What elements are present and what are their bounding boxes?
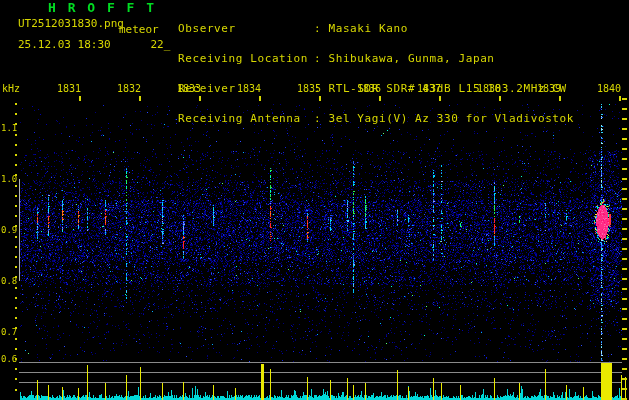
- app-title: H R O F F T: [48, 3, 156, 13]
- info-label: Receiving Antenna: [178, 114, 314, 124]
- x-axis-label: 1834: [237, 84, 261, 94]
- x-axis-label: 1832: [117, 84, 141, 94]
- station-info: Observer: Masaki Kano Receiving Location…: [178, 4, 574, 144]
- info-row-antenna: Receiving Antenna: 3el Yagi(V) Az 330 fo…: [178, 114, 574, 124]
- x-axis-label: 1837: [417, 84, 441, 94]
- y-axis-label: 0.8: [1, 276, 17, 286]
- colon-separator: :: [314, 22, 328, 35]
- mode-label: meteor: [119, 25, 159, 35]
- x-axis-label: 1831: [57, 84, 81, 94]
- x-axis-label: 1833: [177, 84, 201, 94]
- hrofft-window: H R O F F T UT2512031830.png meteor 25.1…: [0, 0, 629, 400]
- timestamp: 25.12.03 18:30 22_: [18, 40, 170, 50]
- info-value: Masaki Kano: [328, 22, 407, 35]
- info-label: Receiving Location: [178, 54, 314, 64]
- x-axis-label: 1838: [477, 84, 501, 94]
- y-axis-label: 0.9: [1, 225, 17, 235]
- x-axis-label: 1835: [297, 84, 321, 94]
- colon-separator: :: [314, 52, 328, 65]
- y-axis-unit-label: kHz: [2, 84, 20, 94]
- y-axis-label: 0.7: [1, 327, 17, 337]
- colon-separator: :: [314, 112, 328, 125]
- x-axis-label: 1840: [597, 84, 621, 94]
- info-label: Observer: [178, 24, 314, 34]
- output-filename: UT2512031830.png: [18, 19, 124, 29]
- y-axis-label: 1.0: [1, 174, 17, 184]
- x-axis-label: 1836: [357, 84, 381, 94]
- info-row-location: Receiving Location: Shibukawa, Gunma, Ja…: [178, 54, 574, 64]
- x-axis-label: 1839: [537, 84, 561, 94]
- info-value: Shibukawa, Gunma, Japan: [328, 52, 494, 65]
- info-row-observer: Observer: Masaki Kano: [178, 24, 574, 34]
- info-value: 3el Yagi(V) Az 330 for Vladivostok: [328, 112, 574, 125]
- y-axis-label: 1.1: [1, 123, 17, 133]
- y-axis-label: 0.6: [1, 354, 17, 364]
